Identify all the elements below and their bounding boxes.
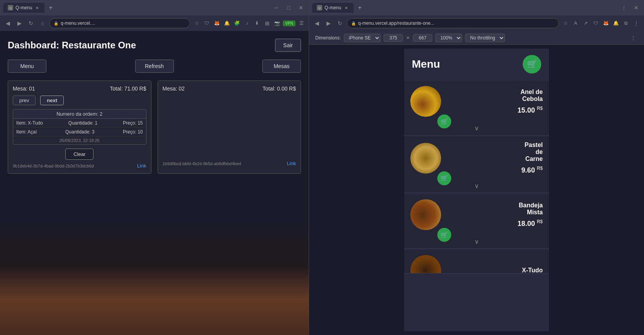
home-button[interactable]: ⌂ [38,19,47,28]
shield-icon: 🛡 [202,19,211,27]
table-card-2: Mesa: 02 Total: 0.00 R$ 1b9d6bcd-bbfd-4b… [158,80,301,174]
pastel-price: 9.60 R$ [456,166,543,174]
right-nav-tools: ☆ A ↗ 🛡 🦊 🔔 ⧉ ⋮ [561,19,641,28]
right-menu-button[interactable]: ⋮ [632,19,641,28]
bandeja-expand-button[interactable]: ∨ [404,235,549,248]
anel-name: Anel deCebola [456,89,543,103]
menu-items-list: 🛒 Anel deCebola 15.00 R$ ∨ [404,80,549,331]
bandeja-name: BandejaMista [456,202,543,216]
new-tab-button[interactable]: + [46,3,55,12]
right-address-bar[interactable]: 🔒 q-menu.vercel.app/restaurante-one... [347,18,559,28]
pastel-image-placeholder [410,143,441,174]
table1-total: Total: 71.00 R$ [110,85,146,92]
table2-total: Total: 0.00 R$ [263,85,296,92]
clear-button[interactable]: Clear [65,149,93,160]
menu-title: Menu [412,58,440,70]
anel-expand-button[interactable]: ∨ [404,121,549,135]
right-alert-icon: 🔔 [612,19,620,27]
right-close-button[interactable]: ✕ [632,3,641,12]
order-timestamp: 26/08/2023, 22:19:25 [13,137,146,144]
reload-button[interactable]: ↻ [26,19,36,28]
menu-item-pastel: 🛒 PasteldeCarne 9.60 R$ ∨ [404,137,549,193]
table2-link[interactable]: Link [287,161,296,166]
screenshot-icon: 📷 [273,19,281,27]
right-tab-active[interactable]: Q Q-menu ✕ [312,3,353,13]
bandeja-add-cart-button[interactable]: 🛒 [437,228,451,242]
nav-tools: ☆ 🛡 🦊 🔔 🧩 ♪ ⬇ ▤ 📷 VPN ☰ [192,19,306,27]
address-bar[interactable]: 🔒 q-menu.vercel.... [49,18,190,28]
cart-button[interactable]: 🛒 [523,55,541,73]
right-more-button[interactable]: ⋮ [619,3,629,12]
devtools-more-button[interactable]: ⋮ [629,33,638,43]
refresh-button[interactable]: Refresh [135,60,174,73]
close-button[interactable]: ✕ [296,3,306,12]
reader-icon: ▤ [263,19,271,27]
right-reload-button[interactable]: ↻ [335,19,345,28]
next-button[interactable]: next [40,96,64,105]
bandeja-price: 18.00 R$ [456,219,543,228]
dashboard-header: Dashboard: Restaurante One Sair [8,39,301,52]
anel-image-placeholder [410,86,441,117]
width-input[interactable] [384,34,403,42]
mesas-button[interactable]: Mesas [262,60,301,73]
maximize-button[interactable]: □ [284,3,293,12]
bandeja-image [410,199,441,230]
bandeja-info: BandejaMista 18.00 R$ [456,202,543,228]
device-selector[interactable]: iPhone SE [344,34,381,42]
addon-icon: 🦊 [212,19,221,27]
right-translate-button[interactable]: A [571,19,580,27]
back-button[interactable]: ◀ [3,19,12,28]
height-input[interactable] [413,34,432,42]
sair-button[interactable]: Sair [275,39,301,52]
menu-button[interactable]: ☰ [297,19,306,27]
tab-close-button[interactable]: ✕ [34,5,40,10]
right-addon-icon: 🦊 [602,19,610,27]
forward-button[interactable]: ▶ [15,19,24,28]
table2-header: Mesa: 02 Total: 0.00 R$ [163,85,296,92]
order-header: Numero da ordem: 2 [13,109,146,119]
pastel-add-cart-button[interactable]: 🛒 [437,171,451,185]
right-share-button[interactable]: ↗ [581,19,590,27]
vpn-badge[interactable]: VPN [283,21,296,26]
order-box: Numero da ordem: 2 Item: X-Tudo Quantida… [13,109,146,145]
left-browser-window: Q Q-menu ✕ + ─ □ ✕ ◀ ▶ ↻ ⌂ 🔒 q-menu.verc… [0,0,309,335]
right-forward-button[interactable]: ▶ [324,19,333,28]
prev-button[interactable]: prev [13,96,36,105]
table2-footer: 1b9d6bcd-bbfd-4b2d-9b5d-ab8dfbbd4bed Lin… [163,161,296,166]
table1-footer: 9b1deb4d-3b7d-4bad-9bdd-2b0d7b3dcb6d Lin… [13,163,146,169]
right-tab-close-button[interactable]: ✕ [343,5,349,10]
throttle-selector[interactable]: No throttling [465,34,505,42]
order-item-1: Item: X-Tudo Quantidade: 1 Preço: 15 [13,119,146,128]
right-tab-favicon: Q [317,5,322,10]
dashboard-title: Dashboard: Restaurante One [8,40,136,51]
left-tab-active[interactable]: Q Q-menu ✕ [3,3,44,13]
zoom-selector[interactable]: 100% [435,34,462,42]
pastel-image [410,143,441,174]
right-new-tab-button[interactable]: + [355,3,364,12]
bandeja-cart-icon: 🛒 [440,231,448,239]
table2-mesa: Mesa: 02 [163,85,185,92]
left-tab-strip: Q Q-menu ✕ + [3,3,55,13]
menu-button[interactable]: Menu [8,60,46,73]
xtudo-name: X-Tudo [456,267,543,273]
download-icon: ⬇ [253,19,261,27]
bandeja-img-container: 🛒 [410,199,451,230]
left-navbar: ◀ ▶ ↻ ⌂ 🔒 q-menu.vercel.... ☆ 🛡 🦊 🔔 🧩 ♪ … [0,15,309,31]
music-icon: ♪ [243,19,251,27]
table1-link[interactable]: Link [137,163,146,169]
minimize-button[interactable]: ─ [272,3,281,12]
anel-add-cart-button[interactable]: 🛒 [437,115,451,128]
pastel-expand-button[interactable]: ∨ [404,179,549,193]
right-ext-icon: ⧉ [622,19,630,27]
right-bookmark-button[interactable]: ☆ [561,19,570,27]
menu-item-pastel-main: 🛒 PasteldeCarne 9.60 R$ [404,137,549,179]
right-titlebar: Q Q-menu ✕ + ⋮ ✕ [309,0,644,15]
pastel-info: PasteldeCarne 9.60 R$ [456,142,543,174]
bookmark-button[interactable]: ☆ [192,19,201,27]
right-back-button[interactable]: ◀ [312,19,321,28]
right-tab-title: Q-menu [325,5,341,10]
menu-item-xtudo: 🛒 X-Tudo [404,250,549,273]
item1-price: Preço: 15 [123,120,143,126]
bandeja-currency: R$ [537,219,543,224]
tables-grid: Mesa: 01 Total: 71.00 R$ prev next Numer… [8,80,301,174]
